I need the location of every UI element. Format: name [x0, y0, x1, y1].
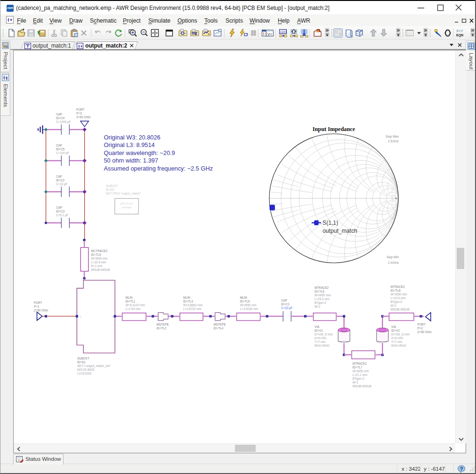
svg-text:T=T mm: T=T mm: [315, 340, 326, 343]
svg-text:H=H mm: H=H mm: [391, 336, 403, 340]
svg-text:VIA: VIA: [391, 325, 396, 328]
svg-text:C=10 pF: C=10 pF: [56, 182, 67, 186]
svg-text:MCTRACE2: MCTRACE2: [91, 249, 108, 253]
svg-text:X=Y: X=Y: [456, 29, 463, 33]
svg-text:M=1: M=1: [391, 304, 397, 307]
svg-text:MSTEP$: MSTEP$: [214, 323, 226, 326]
svg-text:?: ?: [460, 466, 463, 472]
svg-text:R=1 mm: R=1 mm: [91, 264, 103, 268]
svg-text:P=3: P=3: [76, 112, 82, 115]
svg-text:SUBCKT: SUBCKT: [77, 357, 89, 360]
svg-text:ID=TL6: ID=TL6: [315, 290, 324, 293]
svg-text:2.4GHz: 2.4GHz: [388, 261, 399, 264]
svg-text:D=VIA_D mm: D=VIA_D mm: [391, 333, 410, 336]
svg-text:ID=C1: ID=C1: [281, 302, 290, 306]
svg-text:P=2: P=2: [418, 327, 423, 330]
svg-text:1101: 1101: [280, 30, 287, 33]
svg-text:C=100 pF: C=100 pF: [56, 151, 69, 155]
svg-text:PORT: PORT: [418, 323, 426, 326]
svg-text:MSTEP$: MSTEP$: [157, 323, 169, 326]
svg-text:T=T mm: T=T mm: [391, 340, 403, 343]
svg-text:BType=2: BType=2: [315, 301, 327, 305]
svg-text:L=15.5 mm: L=15.5 mm: [315, 297, 330, 301]
svg-text:W=W50 mm: W=W50 mm: [391, 293, 407, 296]
svg-text:BType=2: BType=2: [353, 377, 365, 381]
svg-text:Quarter wavelength: ~20.9: Quarter wavelength: ~20.9: [104, 149, 175, 156]
svg-text:CAP: CAP: [56, 144, 62, 147]
svg-text:Swp Max: Swp Max: [386, 135, 399, 139]
svg-text:MSUB=MSUB: MSUB=MSUB: [91, 268, 110, 271]
svg-text:MTRACE2: MTRACE2: [353, 362, 367, 365]
svg-text:S(1,1): S(1,1): [323, 220, 338, 226]
svg-text:ID=TL3: ID=TL3: [183, 300, 193, 303]
svg-text:Input Impedance: Input Impedance: [313, 126, 355, 132]
svg-text:W=W50 mm: W=W50 mm: [353, 369, 369, 373]
svg-text:Original L3: 8.9514: Original L3: 8.9514: [104, 141, 155, 148]
svg-text:W=3.8862 mm: W=3.8862 mm: [183, 303, 202, 307]
svg-text:ID=TL4: ID=TL4: [214, 327, 224, 330]
svg-text:MLIN: MLIN: [183, 296, 190, 299]
svg-text:Assumed operating frequency: ~: Assumed operating frequency: ~2.5 GHz: [104, 165, 213, 172]
svg-text:MLIN: MLIN: [126, 296, 133, 299]
svg-text:MSUB=MSUB: MSUB=MSUB: [391, 308, 410, 311]
svg-text:EQN: EQN: [456, 33, 463, 37]
svg-text:ID=TL8: ID=TL8: [391, 289, 401, 292]
svg-text:L=2.8702 mm: L=2.8702 mm: [183, 307, 202, 311]
svg-text:ID=TL2: ID=TL2: [157, 327, 167, 330]
svg-text:ID=V2: ID=V2: [391, 329, 400, 332]
svg-text:2.6GHz: 2.6GHz: [388, 139, 399, 143]
svg-text:W=W50 mm: W=W50 mm: [91, 257, 108, 260]
svg-text:MTRACE2: MTRACE2: [391, 285, 405, 288]
svg-text:ID=C2: ID=C2: [56, 179, 65, 182]
svg-text:Original W3: 20.8026: Original W3: 20.8026: [104, 134, 161, 141]
svg-text:QFN 16 pin: QFN 16 pin: [120, 202, 133, 205]
svg-text:W=W50 mm: W=W50 mm: [315, 294, 331, 297]
svg-text:H=H mm: H=H mm: [315, 336, 326, 340]
svg-text:package: package: [122, 206, 131, 209]
svg-text:ID=V1: ID=V1: [315, 329, 323, 332]
svg-text:ID=TL1: ID=TL1: [126, 300, 136, 303]
svg-text:ID=C3: ID=C3: [56, 210, 65, 213]
svg-text:L=21.1 mm: L=21.1 mm: [353, 373, 368, 376]
svg-text:RHO=RHO: RHO=RHO: [391, 344, 406, 347]
svg-text:L=2.54 mm: L=2.54 mm: [126, 307, 141, 311]
svg-text:C=5.1 pF: C=5.1 pF: [56, 213, 68, 217]
svg-text:ID=C4: ID=C4: [56, 116, 65, 120]
svg-text:Swp Min: Swp Min: [387, 255, 399, 259]
svg-text:M=1: M=1: [315, 305, 321, 308]
svg-text:W=W50 mm: W=W50 mm: [240, 303, 257, 307]
svg-text:MTRACE2: MTRACE2: [315, 286, 329, 289]
svg-text:L3=8.9154: L3=8.9154: [77, 372, 91, 375]
svg-text:SUBCKT: SUBCKT: [106, 184, 118, 188]
svg-text:PORT: PORT: [76, 108, 85, 111]
svg-text:L=3.4036 mm: L=3.4036 mm: [240, 307, 258, 311]
svg-text:ID=S1: ID=S1: [77, 360, 86, 364]
svg-text:RHO=RHO: RHO=RHO: [315, 344, 330, 347]
svg-text:P=1: P=1: [34, 305, 40, 308]
svg-text:L=20.9 mm: L=20.9 mm: [91, 261, 106, 264]
svg-text:W3=20.8026: W3=20.8026: [77, 368, 94, 371]
svg-text:PORT: PORT: [34, 301, 42, 304]
svg-text:D=VIA_D mm: D=VIA_D mm: [315, 333, 333, 336]
svg-text:CAP: CAP: [56, 175, 62, 178]
svg-text:50 ohm width: 1.397: 50 ohm width: 1.397: [104, 157, 158, 164]
svg-text:Z=50 Ohm: Z=50 Ohm: [418, 330, 432, 334]
svg-text:CAP: CAP: [56, 206, 62, 209]
svg-text:Z=50 Ohm: Z=50 Ohm: [76, 115, 90, 119]
svg-text:MLIN: MLIN: [240, 296, 247, 299]
svg-text:ID=S2: ID=S2: [106, 188, 114, 191]
svg-text:MSUB=MSUB: MSUB=MSUB: [353, 384, 371, 388]
svg-text:V=: V=: [267, 32, 272, 36]
svg-text:CAP: CAP: [56, 113, 62, 116]
svg-text:ID=TL5: ID=TL5: [240, 300, 250, 303]
svg-text:ID=TL9: ID=TL9: [91, 253, 101, 256]
svg-text:C=1000 pF: C=1000 pF: [56, 120, 71, 124]
svg-text:CAP: CAP: [281, 299, 287, 302]
svg-text:BType=2: BType=2: [391, 300, 403, 304]
svg-text:L=10.6 mm: L=10.6 mm: [391, 296, 406, 300]
svg-text:VIA: VIA: [315, 325, 320, 328]
svg-text:ID=TL7: ID=TL7: [353, 366, 363, 369]
svg-text:Z=50 Ohm: Z=50 Ohm: [34, 309, 48, 312]
svg-text:M=1: M=1: [353, 381, 359, 384]
svg-text:W=5.4102 mm: W=5.4102 mm: [126, 303, 145, 307]
